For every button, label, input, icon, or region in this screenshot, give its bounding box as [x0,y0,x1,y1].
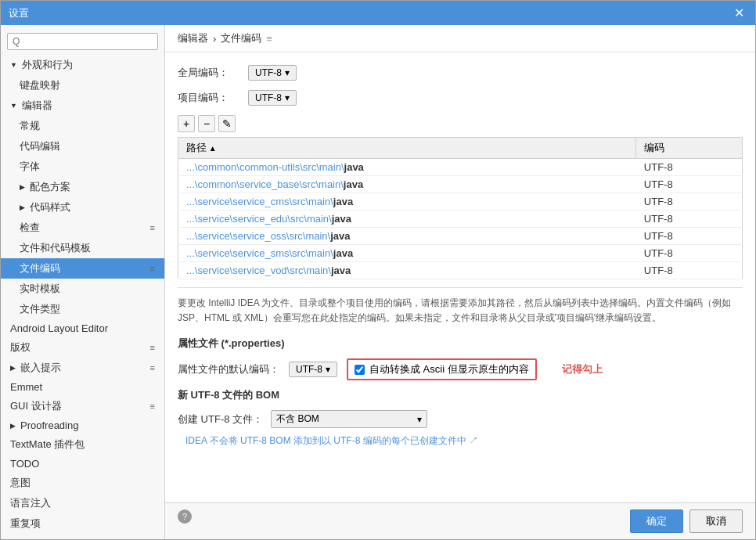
sidebar-item-code-style[interactable]: 代码样式 [1,197,164,218]
default-encoding-select[interactable]: UTF-8 [289,362,337,377]
sidebar-item-file-templates[interactable]: 文件和代码模板 [1,238,164,258]
badge: ≡ [150,264,155,273]
sidebar-item-live-templates[interactable]: 实时模板 [1,279,164,299]
toolbar: + − ✎ [178,115,743,132]
default-encoding-label: 属性文件的默认编码： [178,362,279,376]
table-row: ...\common\common-utils\src\main\javaUTF… [178,159,743,176]
encoding-cell: UTF-8 [636,193,743,211]
main-panel: 编辑器 › 文件编码 ≡ 全局编码： UTF-8 项目编码： UTF-8 + −… [165,25,755,539]
help-icon[interactable]: ? [178,509,192,524]
bom-select[interactable]: 不含 BOM [271,410,427,428]
sidebar-item-label: 实时模板 [20,282,60,296]
edit-button[interactable]: ✎ [218,115,236,132]
auto-convert-row: 自动转换成 Ascii 但显示原生的内容 [347,358,537,380]
path-cell[interactable]: ...\common\common-utils\src\main\java [178,159,636,176]
encoding-cell: UTF-8 [636,176,743,193]
table-row: ...\service\service_vod\src\main\javaUTF… [178,262,743,279]
cancel-button[interactable]: 取消 [689,509,743,533]
properties-section-title: 属性文件 (*.properties) [178,337,743,351]
table-row: ...\common\service_base\src\main\javaUTF… [178,176,743,193]
sidebar-item-label: 外观和行为 [22,58,73,72]
search-input[interactable] [7,33,158,50]
sidebar-item-label: 意图 [10,476,31,490]
sidebar-item-todo[interactable]: TODO [1,455,164,473]
sidebar-item-label: TODO [10,458,39,470]
file-table: 路径 编码 ...\common\common-utils\src\main\j… [178,137,743,279]
sidebar-item-appearance[interactable]: 外观和行为 [1,55,164,75]
sidebar-item-code-editing[interactable]: 代码编辑 [1,136,164,157]
path-cell[interactable]: ...\common\service_base\src\main\java [178,176,636,193]
sidebar-item-label: 语言注入 [10,496,51,510]
close-button[interactable]: ✕ [731,5,747,20]
ok-button[interactable]: 确定 [630,509,683,533]
footer: ? 确定 取消 [165,502,755,539]
sidebar-item-label: Android Layout Editor [10,322,108,334]
breadcrumb-separator: › [213,33,216,45]
title-bar: 设置 ✕ [1,1,755,25]
sidebar-item-file-types[interactable]: 文件类型 [1,299,164,319]
sidebar-item-inlay-hints[interactable]: 嵌入提示 ≡ [1,358,164,378]
encoding-cell: UTF-8 [636,159,743,176]
sidebar-item-label: 重复项 [10,517,41,531]
hint-text: 要更改 IntelliJ IDEA 为文件、目录或整个项目使用的编码，请根据需要… [178,287,743,326]
bom-section: 新 UTF-8 文件的 BOM 创建 UTF-8 文件： 不含 BOM IDEA… [178,388,743,448]
sidebar-item-general[interactable]: 常规 [1,116,164,136]
project-encoding-row: 项目编码： UTF-8 [178,90,743,106]
bom-row: 创建 UTF-8 文件： 不含 BOM [178,410,743,428]
project-encoding-label: 项目编码： [178,91,240,105]
sidebar-item-editor[interactable]: 编辑器 [1,95,164,116]
breadcrumb-part1: 编辑器 [178,31,208,45]
sidebar-item-gui-designer[interactable]: GUI 设计器 ≡ [1,396,164,416]
sidebar-item-label: 文件编码 [20,261,60,275]
path-cell[interactable]: ...\service\service_edu\src\main\java [178,211,636,228]
sidebar-item-proofreading[interactable]: Proofreading [1,416,164,434]
sidebar-item-intention[interactable]: 意图 [1,473,164,493]
add-button[interactable]: + [178,115,195,132]
path-cell[interactable]: ...\service\service_cms\src\main\java [178,193,636,211]
sidebar-item-font[interactable]: 字体 [1,157,164,177]
col-encoding-header: 编码 [636,138,743,159]
sidebar-item-label: 文件类型 [20,302,60,316]
path-cell[interactable]: ...\service\service_vod\src\main\java [178,262,636,279]
sidebar-item-lang-injection[interactable]: 语言注入 [1,493,164,513]
sidebar-item-label: 检查 [20,221,40,235]
sidebar-item-file-encoding[interactable]: 文件编码 ≡ [1,258,164,279]
sidebar-item-label: 键盘映射 [20,78,60,92]
auto-convert-checkbox[interactable] [355,365,365,375]
sidebar-item-reuse[interactable]: 重复项 [1,513,164,534]
global-encoding-select[interactable]: UTF-8 [248,65,297,81]
encoding-cell: UTF-8 [636,211,743,228]
sidebar-item-label: 嵌入提示 [20,361,61,375]
sidebar-item-label: Emmet [10,381,42,393]
main-content: 全局编码： UTF-8 项目编码： UTF-8 + − ✎ 路径 [165,52,755,502]
sidebar-item-color-scheme[interactable]: 配色方案 [1,177,164,197]
sidebar-item-label: 代码样式 [30,200,70,214]
remove-button[interactable]: − [198,115,215,132]
bom-hint: IDEA 不会将 UTF-8 BOM 添加到以 UTF-8 编码的每个已创建文件… [185,434,743,448]
sidebar-item-label: 配色方案 [30,180,70,194]
sidebar-item-android-layout[interactable]: Android Layout Editor [1,319,164,337]
sidebar-item-label: 字体 [20,160,40,174]
search-box [1,28,164,55]
sidebar-item-label: 编辑器 [22,99,52,113]
sidebar-item-keymap[interactable]: 键盘映射 [1,75,164,95]
sidebar-item-inspections[interactable]: 检查 ≡ [1,218,164,238]
col-path-header[interactable]: 路径 [178,138,636,159]
path-cell[interactable]: ...\service\service_sms\src\main\java [178,245,636,262]
project-encoding-select[interactable]: UTF-8 [248,90,297,106]
path-cell[interactable]: ...\service\service_oss\src\main\java [178,228,636,245]
bom-create-label: 创建 UTF-8 文件： [178,412,263,427]
breadcrumb: 编辑器 › 文件编码 ≡ [165,25,755,52]
badge: ≡ [150,223,155,232]
encoding-cell: UTF-8 [636,262,743,279]
table-row: ...\service\service_sms\src\main\javaUTF… [178,245,743,262]
breadcrumb-part2: 文件编码 [221,31,261,45]
bom-hint-link: UTF-8 BOM [240,435,291,446]
sidebar-item-copyright[interactable]: 版权 ≡ [1,337,164,358]
table-row: ...\service\service_edu\src\main\javaUTF… [178,211,743,228]
badge: ≡ [150,363,155,373]
sidebar-item-label: TextMate 插件包 [10,437,85,452]
sidebar-item-emmet[interactable]: Emmet [1,378,164,396]
bom-title: 新 UTF-8 文件的 BOM [178,388,743,402]
sidebar-item-textmate[interactable]: TextMate 插件包 [1,434,164,455]
